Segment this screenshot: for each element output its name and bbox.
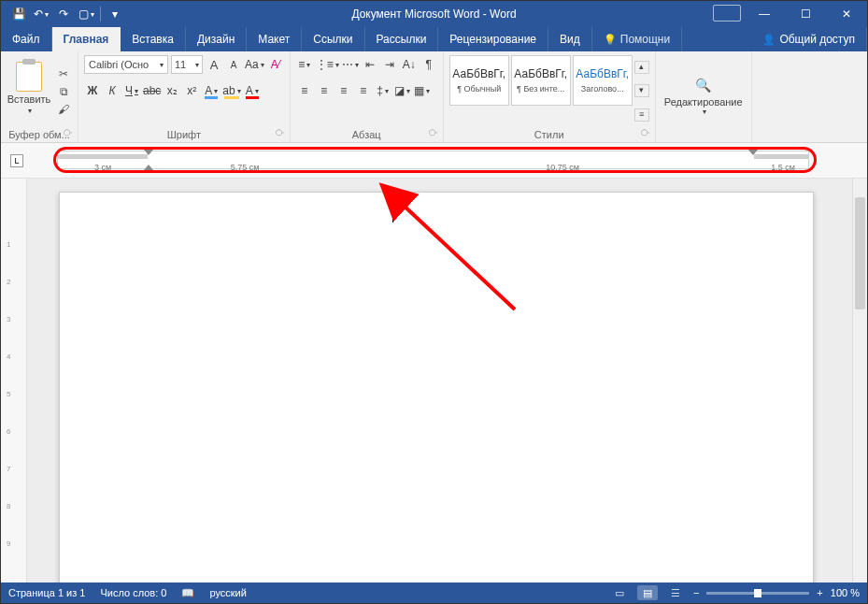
highlight-button[interactable]: ab▾ <box>222 81 240 100</box>
hanging-indent-icon[interactable] <box>144 165 153 170</box>
save-icon[interactable]: 💾 <box>10 6 27 22</box>
clear-formatting-icon[interactable]: A⁄ <box>267 55 284 74</box>
ruler-area: L 3 см 5,75 см 10,75 см 1,5 см <box>1 143 867 179</box>
cut-icon[interactable]: ✂ <box>55 66 72 81</box>
ruler-measure-2: 5,75 см <box>231 163 260 172</box>
close-button[interactable]: ✕ <box>826 1 867 27</box>
shrink-font-button[interactable]: A <box>225 55 242 74</box>
statusbar: Страница 1 из 1 Число слов: 0 📖 русский … <box>1 582 867 603</box>
sort-button[interactable]: A↓ <box>401 55 418 74</box>
paste-button[interactable]: Вставить ▾ <box>7 55 51 121</box>
tab-share[interactable]: 👤Общий доступ <box>751 27 867 51</box>
ribbon: Вставить ▾ ✂ ⧉ 🖌 Буфер обм...⧃ Calibri (… <box>1 51 867 143</box>
tab-review[interactable]: Рецензирование <box>438 27 548 51</box>
vertical-scrollbar[interactable] <box>852 179 867 582</box>
format-painter-icon[interactable]: 🖌 <box>55 102 72 117</box>
show-paragraph-button[interactable]: ¶ <box>420 55 437 74</box>
borders-button[interactable]: ▦▾ <box>414 81 431 100</box>
align-right-button[interactable]: ≡ <box>335 81 352 100</box>
qat-customize-icon[interactable]: ▾ <box>107 6 123 22</box>
tab-tellme[interactable]: 💡Помощни <box>592 27 682 51</box>
vertical-ruler[interactable]: 123 456 789 <box>1 179 27 582</box>
ruler-measure-3: 10,75 см <box>546 163 579 172</box>
maximize-button[interactable]: ☐ <box>785 1 826 27</box>
first-line-indent-icon[interactable] <box>144 150 153 155</box>
bullets-button[interactable]: ≡▾ <box>296 55 313 74</box>
new-doc-icon[interactable]: ▢▾ <box>78 6 94 22</box>
undo-icon[interactable]: ↶▾ <box>33 6 50 22</box>
dialog-launcher-icon[interactable]: ⧃ <box>641 128 649 138</box>
tab-view[interactable]: Вид <box>548 27 592 51</box>
italic-button[interactable]: К <box>104 81 121 100</box>
status-language[interactable]: русский <box>209 587 246 598</box>
change-case-button[interactable]: Aa▾ <box>245 55 264 74</box>
right-indent-icon[interactable] <box>748 150 758 155</box>
tab-layout[interactable]: Макет <box>247 27 302 51</box>
text-cursor <box>392 211 393 223</box>
document-page[interactable] <box>59 192 814 582</box>
align-left-button[interactable]: ≡ <box>296 81 313 100</box>
underline-button[interactable]: Ч▾ <box>123 81 140 100</box>
person-icon: 👤 <box>762 34 776 46</box>
editing-button[interactable]: 🔍 Редактирование ▾ <box>662 55 746 138</box>
status-page[interactable]: Страница 1 из 1 <box>8 587 85 598</box>
decrease-indent-button[interactable]: ⇤ <box>362 55 378 74</box>
zoom-in-button[interactable]: + <box>817 587 822 598</box>
zoom-level[interactable]: 100 % <box>831 587 860 598</box>
font-size-dropdown[interactable]: 11▾ <box>171 55 203 74</box>
font-color-button[interactable]: A▾ <box>244 81 261 100</box>
chevron-down-icon: ▾ <box>28 107 32 115</box>
align-center-button[interactable]: ≡ <box>316 81 333 100</box>
subscript-button[interactable]: x₂ <box>164 81 180 100</box>
grow-font-button[interactable]: A <box>206 55 222 74</box>
tab-file[interactable]: Файл <box>1 27 52 51</box>
ruler-measure-1: 3 см <box>94 163 111 172</box>
dialog-launcher-icon[interactable]: ⧃ <box>429 128 437 138</box>
copy-icon[interactable]: ⧉ <box>55 84 72 99</box>
group-paragraph: ≡▾ ⋮≡▾ ⋯▾ ⇤ ⇥ A↓ ¶ ≡ ≡ ≡ ≡ ‡▾ ◪▾ ▦▾ Абза… <box>291 51 444 142</box>
tab-tellme-label: Помощни <box>620 33 670 46</box>
increase-indent-button[interactable]: ⇥ <box>381 55 398 74</box>
group-styles-label: Стили⧃ <box>449 127 649 140</box>
superscript-button[interactable]: x² <box>183 81 200 100</box>
tab-insert[interactable]: Вставка <box>121 27 186 51</box>
view-read-icon[interactable]: ▭ <box>609 585 630 600</box>
zoom-out-button[interactable]: − <box>693 587 699 598</box>
paste-label: Вставить <box>7 93 51 105</box>
numbering-button[interactable]: ⋮≡▾ <box>316 55 339 74</box>
spellcheck-icon[interactable]: 📖 <box>181 587 194 599</box>
zoom-slider[interactable] <box>706 592 809 595</box>
status-words[interactable]: Число слов: 0 <box>100 587 166 598</box>
shading-button[interactable]: ◪▾ <box>394 81 411 100</box>
tab-mailings[interactable]: Рассылки <box>365 27 439 51</box>
group-editing-label <box>662 138 746 140</box>
view-web-icon[interactable]: ☰ <box>665 585 686 600</box>
bold-button[interactable]: Ж <box>84 81 101 100</box>
dialog-launcher-icon[interactable]: ⧃ <box>276 128 284 138</box>
tab-stop-selector[interactable]: L <box>10 154 23 167</box>
strikethrough-button[interactable]: abc <box>143 81 161 100</box>
ribbon-display-icon[interactable] <box>713 5 741 22</box>
tab-home[interactable]: Главная <box>52 27 121 51</box>
font-name-dropdown[interactable]: Calibri (Осно▾ <box>84 55 168 74</box>
minimize-button[interactable]: — <box>744 1 785 27</box>
page-scroll-area[interactable] <box>27 179 867 582</box>
scrollbar-thumb[interactable] <box>855 197 865 309</box>
style-nospacing[interactable]: АаБбВвГг,¶ Без инте... <box>511 55 571 106</box>
horizontal-ruler[interactable]: 3 см 5,75 см 10,75 см 1,5 см <box>57 151 809 169</box>
styles-gallery-more[interactable]: ▴▾≡ <box>634 55 649 127</box>
tab-references[interactable]: Ссылки <box>302 27 364 51</box>
style-normal[interactable]: АаБбВвГг,¶ Обычный <box>449 55 509 106</box>
view-print-icon[interactable]: ▤ <box>637 585 658 600</box>
text-effects-button[interactable]: A▾ <box>203 81 220 100</box>
ruler-measure-4: 1,5 см <box>771 163 795 172</box>
redo-icon[interactable]: ↷ <box>55 6 72 22</box>
dialog-launcher-icon[interactable]: ⧃ <box>64 128 72 138</box>
ribbon-tabs: Файл Главная Вставка Дизайн Макет Ссылки… <box>1 27 867 51</box>
style-heading1[interactable]: АаБбВвГг,Заголово... <box>573 55 633 106</box>
multilevel-button[interactable]: ⋯▾ <box>342 55 359 74</box>
line-spacing-button[interactable]: ‡▾ <box>375 81 391 100</box>
justify-button[interactable]: ≡ <box>355 81 372 100</box>
group-clipboard-label: Буфер обм...⧃ <box>7 127 72 140</box>
tab-design[interactable]: Дизайн <box>186 27 247 51</box>
